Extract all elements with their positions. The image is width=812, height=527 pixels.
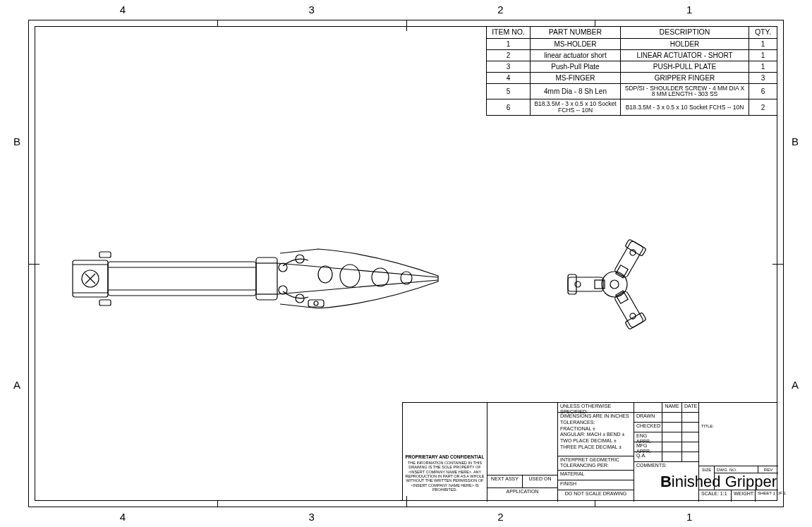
bom-cell-qty: 6 xyxy=(749,83,777,99)
zone-col-top: 1 xyxy=(682,4,696,16)
proprietary-hdr: PROPRIETARY AND CONFIDENTIAL xyxy=(405,454,485,459)
zone-col-bot: 1 xyxy=(682,511,696,523)
dims5: TWO PLACE DECIMAL ± xyxy=(560,438,617,443)
svg-rect-5 xyxy=(99,300,111,305)
bom-row: 1MS-HOLDERHOLDER1 xyxy=(487,38,777,49)
sheet-lbl: SHEET 1 OF 1 xyxy=(756,490,778,502)
scale-lbl: SCALE: 1:1 xyxy=(699,490,732,502)
svg-point-22 xyxy=(602,272,627,297)
dims3: FRACTIONAL ± xyxy=(560,426,595,431)
bom-table: ITEM NO. PART NUMBER DESCRIPTION QTY. 1M… xyxy=(486,26,777,116)
zone-col-bot: 3 xyxy=(305,511,319,523)
svg-rect-9 xyxy=(256,258,277,300)
bom-cell-no: 2 xyxy=(487,49,531,61)
qa-lbl: Q.A. xyxy=(634,452,662,462)
bom-cell-desc: HOLDER xyxy=(621,38,749,49)
bom-cell-desc: GRIPPER FINGER xyxy=(621,72,749,83)
bom-cell-desc: LINEAR ACTUATOR - SHORT xyxy=(621,49,749,61)
bom-row: 3Push-Pull PlatePUSH-PULL PLATE1 xyxy=(487,61,777,72)
gripper-end-view xyxy=(555,232,674,331)
gripper-side-view xyxy=(71,232,452,324)
used-on: USED ON xyxy=(523,475,558,488)
bom-cell-no: 6 xyxy=(487,99,531,116)
bom-cell-pn: linear actuator short xyxy=(531,49,621,61)
bom-cell-pn: 4mm Dia - 8 Sh Len xyxy=(531,83,621,99)
bom-h-itemno: ITEM NO. xyxy=(487,27,531,39)
proprietary-body: THE INFORMATION CONTAINED IN THIS DRAWIN… xyxy=(405,461,485,492)
finish-lbl: FINISH xyxy=(558,480,634,490)
dns: DO NOT SCALE DRAWING xyxy=(558,490,634,502)
rev-lbl: REV xyxy=(764,468,772,472)
weight-lbl: WEIGHT: xyxy=(732,490,756,502)
zone-row-left: B xyxy=(10,136,24,148)
application: APPLICATION xyxy=(487,488,558,502)
mfgappr-lbl: MFG APPR. xyxy=(634,442,662,452)
bom-cell-desc: SDP/SI - SHOULDER SCREW - 4 MM DIA X 8 M… xyxy=(621,83,749,99)
date-lbl: DATE xyxy=(682,403,699,413)
size-val: B xyxy=(660,473,672,490)
svg-point-26 xyxy=(575,281,581,287)
bom-h-pn: PART NUMBER xyxy=(531,27,621,39)
svg-point-23 xyxy=(610,280,619,289)
dwg-title: inished Gripper xyxy=(672,473,777,490)
material-lbl: MATERIAL xyxy=(558,471,634,480)
zone-row-right: B xyxy=(788,136,802,148)
svg-point-19 xyxy=(401,272,412,284)
title-block: PROPRIETARY AND CONFIDENTIAL THE INFORMA… xyxy=(402,402,777,501)
zone-col-top: 4 xyxy=(116,4,130,16)
bom-cell-qty: 1 xyxy=(749,38,777,49)
unless: UNLESS OTHERWISE SPECIFIED: xyxy=(558,403,634,413)
bom-cell-no: 1 xyxy=(487,38,531,49)
dims1: DIMENSIONS ARE IN INCHES xyxy=(560,413,629,418)
bom-cell-qty: 1 xyxy=(749,61,777,72)
drawn-lbl: DRAWN xyxy=(634,413,662,423)
bom-row: 4MS-FINGERGRIPPER FINGER3 xyxy=(487,72,777,83)
sheet-border: ITEM NO. PART NUMBER DESCRIPTION QTY. 1M… xyxy=(28,20,784,507)
bom-cell-pn: B18.3.5M - 3 x 0.5 x 10 Socket FCHS -- 1… xyxy=(531,99,621,116)
svg-rect-6 xyxy=(108,262,256,296)
bom-cell-desc: PUSH-PULL PLATE xyxy=(621,61,749,72)
dwgno-lbl: DWG. NO. xyxy=(717,468,737,472)
svg-rect-4 xyxy=(99,252,111,258)
svg-point-21 xyxy=(314,301,318,305)
bom-cell-pn: Push-Pull Plate xyxy=(531,61,621,72)
bom-cell-qty: 3 xyxy=(749,72,777,83)
svg-point-18 xyxy=(372,268,389,286)
size-lbl: SIZE xyxy=(702,468,711,472)
bom-cell-pn: MS-HOLDER xyxy=(531,38,621,49)
bom-row: 2linear actuator shortLINEAR ACTUATOR - … xyxy=(487,49,777,61)
title-lbl: TITLE: xyxy=(701,424,714,428)
bom-row: 6B18.3.5M - 3 x 0.5 x 10 Socket FCHS -- … xyxy=(487,99,777,116)
dims2: TOLERANCES: xyxy=(560,420,595,425)
bom-row: 54mm Dia - 8 Sh LenSDP/SI - SHOULDER SCR… xyxy=(487,83,777,99)
svg-point-17 xyxy=(340,265,360,287)
bom-cell-pn: MS-FINGER xyxy=(531,72,621,83)
dims4: ANGULAR: MACH ± BEND ± xyxy=(560,432,624,437)
zone-col-bot: 2 xyxy=(493,511,507,523)
bom-h-desc: DESCRIPTION xyxy=(621,27,749,39)
zone-col-top: 2 xyxy=(493,4,507,16)
name-lbl: NAME xyxy=(662,403,682,413)
zone-row-right: A xyxy=(788,380,802,392)
interp2: TOLERANCING PER: xyxy=(560,463,609,468)
engappr-lbl: ENG APPR. xyxy=(634,432,662,442)
bom-cell-qty: 1 xyxy=(749,49,777,61)
bom-h-qty: QTY. xyxy=(749,27,777,39)
bom-cell-qty: 2 xyxy=(749,99,777,116)
bom-cell-desc: B18.3.5M - 3 x 0.5 x 10 Socket FCHS -- 1… xyxy=(621,99,749,116)
svg-rect-24 xyxy=(568,277,603,291)
bom-cell-no: 3 xyxy=(487,61,531,72)
dims6: THREE PLACE DECIMAL ± xyxy=(560,444,622,449)
next-assy: NEXT ASSY xyxy=(487,475,523,488)
checked-lbl: CHECKED xyxy=(634,423,662,432)
svg-point-16 xyxy=(318,266,332,283)
zone-col-top: 3 xyxy=(305,4,319,16)
bom-cell-no: 5 xyxy=(487,83,531,99)
bom-cell-no: 4 xyxy=(487,72,531,83)
zone-col-bot: 4 xyxy=(116,511,130,523)
zone-row-left: A xyxy=(10,380,24,392)
interp1: INTERPRET GEOMETRIC xyxy=(560,457,619,462)
svg-point-12 xyxy=(279,263,287,272)
bom-header-row: ITEM NO. PART NUMBER DESCRIPTION QTY. xyxy=(487,27,777,39)
svg-point-13 xyxy=(279,286,287,294)
